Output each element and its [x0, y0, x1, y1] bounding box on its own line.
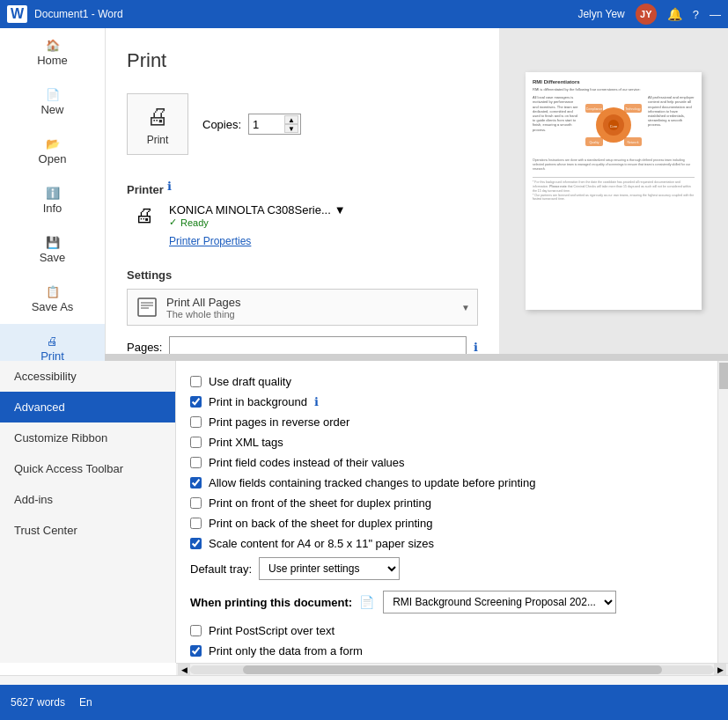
- print-front-row: Print on front of the sheet for duplex p…: [190, 496, 703, 510]
- print-postscript-label: Print PostScript over text: [209, 624, 335, 637]
- print-field-codes-row: Print field codes instead of their value…: [190, 456, 703, 469]
- print-background-checkbox[interactable]: [190, 396, 202, 408]
- copies-area: Copies: ▲ ▼: [202, 114, 301, 135]
- user-avatar[interactable]: JY: [636, 4, 657, 25]
- info-icon: ℹ️: [46, 187, 60, 200]
- print-range-text: Print All Pages The whole thing: [166, 296, 454, 320]
- default-tray-select[interactable]: Use printer settings: [259, 557, 400, 580]
- language-indicator: En: [79, 696, 92, 709]
- svg-rect-0: [138, 298, 156, 316]
- help-button[interactable]: ?: [693, 8, 699, 21]
- options-body: Accessibility Advanced Customize Ribbon …: [0, 361, 728, 663]
- options-customize-ribbon-label: Customize Ribbon: [14, 431, 107, 444]
- sidebar-label-saveas: Save As: [32, 300, 74, 313]
- use-draft-checkbox[interactable]: [190, 376, 202, 387]
- svg-text:Core: Core: [610, 124, 618, 129]
- print-postscript-row: Print PostScript over text: [190, 624, 703, 637]
- options-accessibility[interactable]: Accessibility: [0, 361, 175, 392]
- print-field-codes-checkbox[interactable]: [190, 457, 202, 468]
- sidebar-item-saveas[interactable]: 📋 Save As: [0, 275, 105, 324]
- ready-icon: ✓: [169, 217, 177, 228]
- scroll-left-arrow[interactable]: ◀: [178, 664, 190, 676]
- when-printing-select[interactable]: RMI Background Screening Proposal 202...: [383, 591, 616, 613]
- print-range-main: Print All Pages: [166, 296, 454, 309]
- print-reverse-checkbox[interactable]: [190, 416, 202, 428]
- options-trust-center-label: Trust Center: [14, 524, 77, 537]
- options-accessibility-label: Accessibility: [14, 370, 77, 383]
- copies-field[interactable]: [253, 118, 284, 131]
- horizontal-scrollbar: ◀ ▶: [176, 663, 728, 675]
- settings-section-title: Settings: [127, 268, 478, 282]
- scrollbar-thumb[interactable]: [719, 363, 728, 389]
- sidebar-label-info: Info: [43, 202, 63, 215]
- print-nav-icon: 🖨: [47, 334, 58, 348]
- copies-down[interactable]: ▼: [284, 124, 298, 133]
- print-button-label: Print: [147, 134, 169, 146]
- options-dialog: Accessibility Advanced Customize Ribbon …: [0, 361, 728, 718]
- scale-content-checkbox[interactable]: [190, 538, 202, 549]
- print-background-row: Print in background ℹ: [190, 395, 703, 408]
- sidebar-item-save[interactable]: 💾 Save: [0, 225, 105, 275]
- options-add-ins-label: Add-ins: [14, 493, 53, 506]
- copies-spinner: ▲ ▼: [284, 115, 298, 133]
- sidebar-item-info[interactable]: ℹ️ Info: [0, 176, 105, 225]
- vertical-scrollbar[interactable]: [717, 361, 728, 663]
- print-button[interactable]: 🖨 Print: [127, 93, 188, 155]
- svg-text:Technology: Technology: [625, 107, 641, 111]
- pages-row: Pages: ℹ: [127, 336, 478, 354]
- print-front-checkbox[interactable]: [190, 497, 202, 509]
- allow-tracked-checkbox[interactable]: [190, 477, 202, 489]
- sidebar-label-home: Home: [37, 54, 68, 67]
- doc-inline-icon: 📄: [359, 595, 374, 609]
- options-customize-ribbon[interactable]: Customize Ribbon: [0, 422, 175, 453]
- use-draft-row: Use draft quality: [190, 375, 703, 388]
- pages-input[interactable]: [169, 336, 467, 354]
- when-printing-bold-label: When printing this document:: [190, 596, 352, 609]
- print-range-icon: [135, 295, 159, 320]
- saveas-icon: 📋: [46, 285, 60, 298]
- h-scrollbar-track: [190, 665, 714, 674]
- notifications-icon[interactable]: 🔔: [667, 7, 682, 21]
- preview-body-text: RMI is differentiated by the following f…: [533, 87, 695, 92]
- options-quick-access[interactable]: Quick Access Toolbar: [0, 453, 175, 484]
- printer-info-icon[interactable]: ℹ: [167, 180, 172, 193]
- print-range-setting[interactable]: Print All Pages The whole thing ▼: [127, 289, 478, 326]
- print-back-label: Print on back of the sheet for duplex pr…: [209, 517, 432, 530]
- sidebar-item-home[interactable]: 🏠 Home: [0, 28, 105, 77]
- pages-info-icon[interactable]: ℹ: [474, 341, 478, 354]
- sidebar-item-new[interactable]: 📄 New: [0, 77, 105, 127]
- printer-properties-link[interactable]: Printer Properties: [169, 235, 478, 247]
- svg-text:Quality: Quality: [590, 141, 599, 144]
- word-count: 5627 words: [11, 696, 65, 709]
- new-icon: 📄: [46, 88, 60, 101]
- home-icon: 🏠: [46, 39, 60, 52]
- sidebar: 🏠 Home 📄 New 📂 Open ℹ️ Info 💾: [0, 28, 106, 354]
- h-scrollbar-thumb[interactable]: [243, 665, 662, 674]
- print-back-checkbox[interactable]: [190, 518, 202, 529]
- scale-content-row: Scale content for A4 or 8.5 x 11" paper …: [190, 537, 703, 550]
- print-back-row: Print on back of the sheet for duplex pr…: [190, 517, 703, 530]
- copies-up[interactable]: ▲: [284, 115, 298, 124]
- print-panel: Print 🖨 Print Copies: ▲ ▼ Print: [106, 28, 499, 354]
- when-printing-row: When printing this document: 📄 RMI Backg…: [190, 591, 703, 613]
- scale-content-label: Scale content for A4 or 8.5 x 11" paper …: [209, 537, 434, 550]
- print-only-data-label: Print only the data from a form: [209, 644, 363, 658]
- options-advanced[interactable]: Advanced: [0, 392, 175, 422]
- print-range-chevron: ▼: [461, 303, 470, 312]
- printer-dropdown-icon[interactable]: ▼: [335, 203, 346, 217]
- options-add-ins[interactable]: Add-ins: [0, 484, 175, 515]
- print-field-codes-label: Print field codes instead of their value…: [209, 456, 405, 469]
- print-background-info-icon[interactable]: ℹ: [314, 395, 319, 408]
- minimize-button[interactable]: —: [710, 8, 721, 21]
- preview-page: RMI Differentiators RMI is differentiate…: [526, 72, 702, 310]
- options-trust-center[interactable]: Trust Center: [0, 515, 175, 546]
- printer-row: 🖨 KONICA MINOLTA C308Serie... ▼ ✓ Ready: [127, 202, 478, 230]
- print-xml-label: Print XML tags: [209, 436, 283, 449]
- sidebar-item-open[interactable]: 📂 Open: [0, 127, 105, 176]
- pages-label: Pages:: [127, 341, 162, 354]
- sidebar-label-new: New: [40, 103, 63, 116]
- print-postscript-checkbox[interactable]: [190, 625, 202, 636]
- scroll-right-arrow[interactable]: ▶: [714, 664, 726, 676]
- print-only-data-checkbox[interactable]: [190, 645, 202, 657]
- print-xml-checkbox[interactable]: [190, 437, 202, 448]
